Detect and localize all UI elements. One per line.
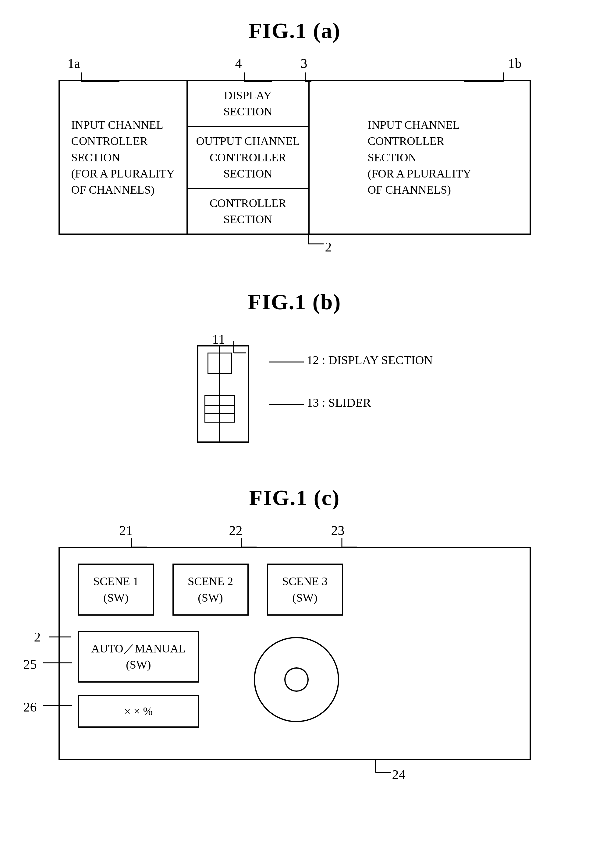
dial-container <box>254 637 339 722</box>
fig1a-controller-text: CONTROLLERSECTION <box>210 195 286 227</box>
fig1a-diagram: INPUT CHANNELCONTROLLERSECTION(FOR A PLU… <box>59 80 531 235</box>
fig1a-right-block: INPUT CHANNELCONTROLLERSECTION(FOR A PLU… <box>309 81 530 233</box>
fader-unit <box>197 345 249 443</box>
ref-c-21: 21 <box>120 523 133 538</box>
fig1a-ref2-row: 2 <box>59 235 531 253</box>
fig1c-ref24-svg <box>59 760 531 788</box>
ref-4: 4 <box>235 56 242 71</box>
auto-manual-button[interactable]: AUTO／MANUAL(SW) <box>78 631 199 683</box>
fig1a-display-text: DISPLAYSECTION <box>223 87 272 120</box>
fig1a-center-block: DISPLAYSECTION OUTPUT CHANNELCONTROLLERS… <box>188 81 309 233</box>
percent-display: × × % <box>78 695 199 728</box>
scene3-button[interactable]: SCENE 3(SW) <box>267 564 343 615</box>
fig1a-output-section: OUTPUT CHANNELCONTROLLERSECTION <box>188 127 308 189</box>
fig1a-ref2-line <box>59 235 531 253</box>
fig1a-display-section: DISPLAYSECTION <box>188 81 308 127</box>
dial-outer[interactable] <box>254 637 339 722</box>
fig1b-title: FIG.1 (b) <box>248 289 341 315</box>
fig1c-bottom-row: AUTO／MANUAL(SW) × × % <box>78 631 511 728</box>
fig1a-controller-section: CONTROLLERSECTION <box>188 189 308 233</box>
fig1a-left-text: INPUT CHANNELCONTROLLERSECTION(FOR A PLU… <box>71 117 175 198</box>
fader-slider-box <box>204 395 235 422</box>
fig1a-ref-row: 1a 4 3 1b <box>59 56 531 80</box>
fig1a-container: 1a 4 3 1b INPUT <box>59 56 531 253</box>
ref-3: 3 <box>301 56 308 71</box>
ref-c-23: 23 <box>331 523 345 538</box>
fig1c-ref24-row: 24 <box>59 760 531 788</box>
slider-line-bot <box>206 413 234 414</box>
scene2-button[interactable]: SCENE 2(SW) <box>172 564 249 615</box>
fader-display-box <box>207 353 232 374</box>
fig1a-output-text: OUTPUT CHANNELCONTROLLERSECTION <box>196 133 299 182</box>
ref-c-24: 24 <box>392 767 405 782</box>
fig1c-title: FIG.1 (c) <box>249 485 340 511</box>
slider-line-top <box>206 405 234 406</box>
fig1c-buttons-row: SCENE 1(SW) SCENE 2(SW) SCENE 3(SW) <box>78 564 511 615</box>
fig1a-title: FIG.1 (a) <box>249 18 341 44</box>
fig1a-left-block: INPUT CHANNELCONTROLLERSECTION(FOR A PLU… <box>60 81 188 233</box>
ref-1b: 1b <box>508 56 522 71</box>
fig1c-ref-row: 21 22 23 <box>59 523 531 547</box>
ref-2: 2 <box>325 239 332 255</box>
fig1b-inner: 11 <box>173 336 417 443</box>
ref-c-22: 22 <box>229 523 243 538</box>
page-content: FIG.1 (a) 1a 4 3 1b <box>0 0 589 830</box>
fig1c-container: 21 22 23 2 25 26 SCENE 1(SW) SCENE <box>59 523 531 788</box>
fig1b-container: 11 <box>59 327 531 443</box>
fig1a-right-text: INPUT CHANNELCONTROLLERSECTION(FOR A PLU… <box>368 117 471 198</box>
fig1c-left-col: AUTO／MANUAL(SW) × × % <box>78 631 199 728</box>
scene1-button[interactable]: SCENE 1(SW) <box>78 564 154 615</box>
fig1c-diagram: SCENE 1(SW) SCENE 2(SW) SCENE 3(SW) AUTO… <box>59 547 531 760</box>
ref-12-label: 12 : DISPLAY SECTION <box>307 353 433 367</box>
ref-13-label: 13 : SLIDER <box>307 396 371 410</box>
fig1a-leaders <box>59 56 531 80</box>
dial-inner <box>284 667 309 692</box>
